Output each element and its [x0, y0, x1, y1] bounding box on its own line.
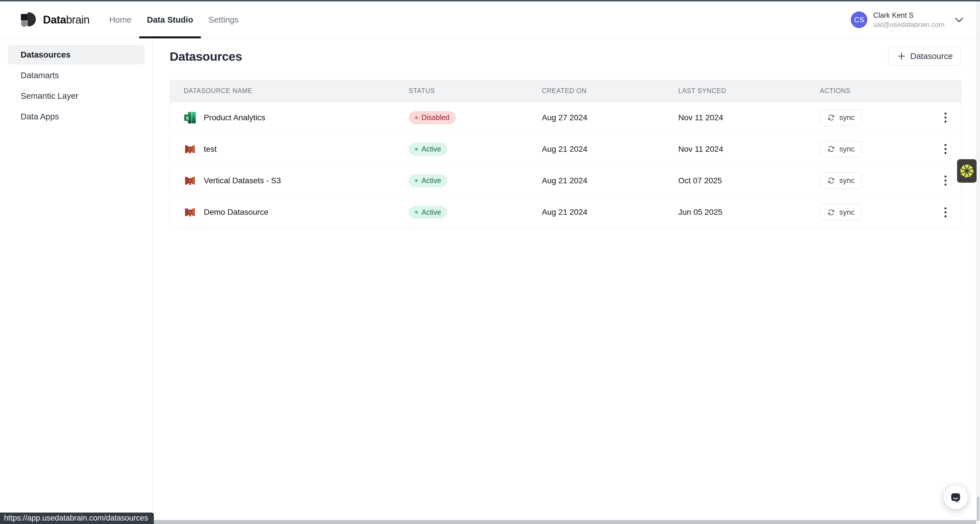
status-label: Active: [422, 176, 441, 185]
datasource-name-cell[interactable]: Demo Datasource: [170, 206, 409, 219]
sidebar-item-datasources[interactable]: Datasources: [8, 45, 145, 64]
status-cell: Disabled: [409, 111, 542, 124]
actions-cell: sync: [820, 110, 961, 126]
last-synced-value: Oct 07 2025: [678, 176, 820, 185]
plus-icon: [897, 52, 906, 60]
add-datasource-button[interactable]: Datasource: [888, 47, 962, 65]
last-synced-value: Nov 11 2024: [678, 144, 820, 154]
redshift-icon: [184, 206, 196, 219]
sidebar-item-semantic-layer[interactable]: Semantic Layer: [8, 86, 145, 106]
column-header-status: STATUS: [409, 87, 542, 95]
chat-bubble-icon: [950, 491, 962, 503]
datasource-name-cell[interactable]: X Product Analytics: [170, 111, 409, 124]
sync-button[interactable]: sync: [820, 110, 862, 126]
window-top-bar: [0, 0, 980, 2]
sync-label: sync: [839, 176, 854, 185]
column-header-created-on: CREATED ON: [542, 87, 678, 95]
refresh-icon: [827, 114, 835, 121]
status-cell: Active: [409, 206, 542, 219]
row-menu-kebab-icon[interactable]: [942, 205, 949, 220]
row-menu-kebab-icon[interactable]: [942, 110, 949, 125]
refresh-icon: [827, 145, 835, 153]
tab-settings[interactable]: Settings: [201, 2, 247, 38]
status-dot-icon: [415, 116, 418, 119]
table-header-row: DATASOURCE NAMESTATUSCREATED ONLAST SYNC…: [170, 80, 961, 102]
sync-button[interactable]: sync: [820, 172, 862, 189]
status-dot-icon: [415, 211, 418, 214]
column-header-datasource-name: DATASOURCE NAME: [170, 87, 409, 95]
datasource-name-cell[interactable]: test: [170, 143, 409, 156]
sidebar-item-data-apps[interactable]: Data Apps: [8, 107, 145, 126]
databrain-logo-icon: [20, 11, 37, 28]
status-dot-icon: [415, 179, 418, 182]
table-row[interactable]: Demo Datasource Active Aug 21 2024 Jun 0…: [170, 197, 961, 228]
last-synced-value: Jun 05 2025: [678, 208, 820, 217]
sync-label: sync: [839, 113, 854, 122]
sync-button[interactable]: sync: [820, 141, 862, 157]
user-email: uat@usedatabrain.com: [873, 21, 945, 29]
status-cell: Active: [409, 174, 542, 187]
actions-cell: sync: [820, 172, 961, 189]
user-menu[interactable]: CS Clark Kent S uat@usedatabrain.com: [851, 2, 963, 38]
app-header: Databrain HomeData StudioSettings CS Cla…: [0, 2, 980, 38]
datasource-name: test: [204, 144, 216, 154]
status-badge: Disabled: [409, 111, 456, 124]
page-title: Datasources: [170, 49, 242, 64]
status-badge: Active: [409, 143, 447, 156]
sync-label: sync: [839, 144, 854, 154]
status-cell: Active: [409, 143, 542, 156]
avatar: CS: [851, 11, 867, 28]
brand[interactable]: Databrain: [20, 2, 89, 38]
brand-name: Databrain: [43, 14, 89, 26]
tab-home[interactable]: Home: [102, 2, 139, 38]
main-content: Datasources Datasource DATASOURCE NAMEST…: [153, 39, 980, 524]
last-synced-value: Nov 11 2024: [678, 113, 820, 122]
chevron-down-icon[interactable]: [955, 17, 963, 22]
excel-icon: X: [184, 111, 196, 124]
excel-icon: X: [184, 111, 196, 124]
actions-cell: sync: [820, 204, 961, 221]
table-row[interactable]: Vertical Datasets - S3 Active Aug 21 202…: [170, 165, 961, 197]
redshift-icon: [184, 143, 196, 156]
datasource-name: Product Analytics: [204, 113, 265, 122]
vertical-scrollbar[interactable]: [976, 2, 980, 520]
column-header-actions: ACTIONS: [820, 87, 961, 95]
redshift-icon: [184, 206, 196, 219]
asterisk-logo-icon: [959, 164, 974, 178]
status-label: Disabled: [422, 113, 449, 122]
row-menu-kebab-icon[interactable]: [942, 173, 949, 188]
status-label: Active: [422, 208, 441, 216]
redshift-icon: [184, 175, 196, 187]
table-row[interactable]: test Active Aug 21 2024 Nov 11 2024 sync: [170, 133, 961, 165]
redshift-icon: [184, 143, 196, 156]
add-datasource-label: Datasource: [910, 52, 953, 61]
row-menu-kebab-icon[interactable]: [942, 141, 949, 157]
main-nav: HomeData StudioSettings: [102, 2, 246, 38]
user-meta: Clark Kent S uat@usedatabrain.com: [873, 11, 945, 29]
status-badge: Active: [409, 174, 447, 187]
created-on-value: Aug 21 2024: [542, 144, 678, 154]
actions-cell: sync: [820, 141, 961, 157]
created-on-value: Aug 21 2024: [542, 208, 678, 217]
sync-button[interactable]: sync: [820, 204, 862, 221]
assistant-edge-widget[interactable]: [957, 159, 977, 183]
datasource-name: Vertical Datasets - S3: [204, 176, 281, 185]
svg-text:X: X: [186, 115, 189, 121]
table-body: X Product Analytics Disabled Aug 27 2024…: [170, 102, 961, 228]
datasource-name: Demo Datasource: [204, 208, 269, 217]
chat-launcher-button[interactable]: [943, 485, 968, 510]
tab-data-studio[interactable]: Data Studio: [139, 2, 201, 38]
datasource-name-cell[interactable]: Vertical Datasets - S3: [170, 175, 409, 187]
table-row[interactable]: X Product Analytics Disabled Aug 27 2024…: [170, 102, 961, 133]
vertical-scrollbar-thumb[interactable]: [977, 497, 979, 521]
refresh-icon: [827, 208, 835, 216]
status-dot-icon: [415, 148, 418, 151]
created-on-value: Aug 21 2024: [542, 176, 678, 185]
sidebar: DatasourcesDatamartsSemantic LayerData A…: [0, 39, 153, 524]
datasources-table: DATASOURCE NAMESTATUSCREATED ONLAST SYNC…: [170, 80, 962, 228]
sync-label: sync: [839, 208, 854, 217]
redshift-icon: [184, 175, 196, 187]
refresh-icon: [827, 177, 835, 184]
sidebar-item-datamarts[interactable]: Datamarts: [8, 65, 145, 85]
user-name: Clark Kent S: [873, 11, 945, 19]
